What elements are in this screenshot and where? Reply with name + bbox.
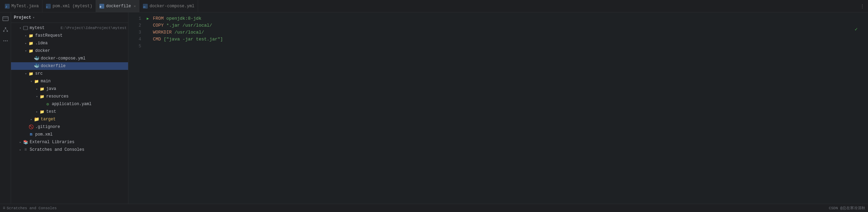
code-area[interactable]: ▶ FROM openjdk:8-jdk ▶ COPY *.jar /usr/l…	[144, 12, 868, 204]
folder-icon: 📁	[34, 79, 39, 84]
tree-arrow	[29, 117, 34, 122]
tree-item-label: docker-compose.yml	[41, 56, 127, 61]
tree-arrow	[23, 33, 28, 38]
tree-item-idea[interactable]: 📁 .idea	[11, 39, 128, 47]
more-tabs-button[interactable]: ⋮	[857, 3, 868, 9]
tab-label: pom.xml (mytest)	[52, 4, 92, 9]
svg-point-15	[5, 40, 6, 42]
tree-item-java[interactable]: 📁 java	[11, 85, 128, 93]
panel-header: Project ▾	[11, 12, 128, 23]
tree-item-mytest[interactable]: mytest E:\Project\IdeaProject\mytest	[11, 24, 128, 32]
tab-label: docker-compose.yml	[149, 4, 194, 9]
folder-icon: 📁	[39, 86, 45, 92]
svg-line-13	[6, 29, 7, 30]
svg-text:dc: dc	[143, 6, 146, 8]
tab-close-button[interactable]: ✕	[134, 4, 136, 8]
tree-arrow	[35, 94, 39, 99]
tree-item-scratches[interactable]: ≡ Scratches and Consoles	[11, 146, 128, 154]
compose-icon: dc	[143, 4, 148, 9]
keyword-from: FROM	[153, 15, 164, 22]
svg-point-14	[3, 40, 4, 42]
tree-arrow	[18, 147, 23, 152]
value-workdir: /usr/local/	[174, 29, 204, 36]
main-layout: Project ▾ mytest E:\Project\IdeaProject\…	[0, 12, 868, 204]
tree-item-label: application.yaml	[52, 102, 127, 107]
status-left: ≡ Scratches and Consoles	[3, 206, 57, 211]
structure-icon[interactable]	[2, 26, 9, 33]
keyword-cmd: CMD	[153, 36, 161, 43]
keyword-copy: COPY	[153, 22, 164, 29]
brand-label: CSDN @总在寒冷清秋	[829, 205, 865, 211]
tree-item-docker-compose-yml[interactable]: 🐳 docker-compose.yml	[11, 55, 128, 62]
tree-item-path: E:\Project\IdeaProject\mytest	[61, 26, 127, 30]
tab-docker-compose[interactable]: dc docker-compose.yml	[139, 0, 198, 12]
tree-arrow	[23, 71, 28, 76]
tree-item-target[interactable]: 📁 target	[11, 116, 128, 123]
code-line-3: ▶ WORKDIR /usr/local/	[147, 29, 868, 36]
project-icon[interactable]	[2, 15, 9, 22]
tab-pom-xml[interactable]: m pom.xml (mytest)	[42, 0, 96, 12]
tree-arrow	[35, 109, 39, 114]
tree-item-src[interactable]: 📁 src	[11, 70, 128, 77]
more-icon[interactable]	[2, 37, 9, 44]
editor-area: ✓ 1 2 3 4 5 ▶ FROM openjdk:8-jdk	[128, 12, 868, 204]
tree-item-external-libraries[interactable]: 📚 External Libraries	[11, 138, 128, 146]
tree-item-label: .idea	[35, 41, 127, 46]
tree-item-main[interactable]: 📁 main	[11, 77, 128, 85]
status-right: CSDN @总在寒冷清秋	[829, 205, 865, 211]
tree-item-label: fastRequest	[35, 33, 127, 38]
status-bar: ≡ Scratches and Consoles CSDN @总在寒冷清秋	[0, 204, 868, 212]
keyword-workdir: WORKDIR	[153, 29, 172, 36]
value-image: openjdk:8-jdk	[166, 15, 201, 22]
tree-item-label: docker	[35, 48, 127, 53]
folder-icon: 📁	[34, 117, 39, 122]
tree-item-resources[interactable]: 📁 resources	[11, 93, 128, 100]
tab-dockerfile[interactable]: D dockerfile ✕	[96, 0, 139, 12]
tree-item-application-yaml[interactable]: ⚙ application.yaml	[11, 100, 128, 108]
tree-item-test[interactable]: 📁 test	[11, 108, 128, 116]
value-copy: *.jar /usr/local/	[166, 22, 212, 29]
scratches-consoles-label[interactable]: ≡ Scratches and Consoles	[3, 206, 57, 211]
tree-arrow	[23, 48, 28, 53]
module-icon	[23, 25, 28, 31]
svg-point-9	[5, 27, 6, 29]
tree-arrow	[35, 86, 39, 91]
dockerfile-icon: D	[99, 4, 104, 9]
tree-item-label: External Libraries	[30, 140, 127, 145]
svg-point-16	[7, 40, 8, 42]
tree-item-dockerfile[interactable]: 🐳 dockerfile	[11, 62, 128, 70]
tab-mytest-java[interactable]: J MyTest.java	[1, 0, 42, 12]
tree-item-docker[interactable]: 📁 docker	[11, 47, 128, 55]
dockerfile-file-icon: 🐳	[34, 63, 39, 69]
tree-item-label: dockerfile	[41, 64, 127, 68]
tree-item-label: target	[41, 117, 127, 122]
file-tree-panel: Project ▾ mytest E:\Project\IdeaProject\…	[11, 12, 128, 204]
folder-icon: 📁	[28, 48, 34, 54]
exec-arrow: ▶	[147, 15, 151, 22]
tree-item-label: resources	[46, 94, 127, 99]
java-icon: J	[5, 4, 10, 9]
tree-area: mytest E:\Project\IdeaProject\mytest 📁 f…	[11, 23, 128, 204]
yaml-file-icon: ⚙	[45, 101, 50, 107]
folder-icon: 📁	[39, 109, 45, 114]
compose-file-icon: 🐳	[34, 56, 39, 61]
tree-item-gitignore[interactable]: 🚫 .gitignore	[11, 123, 128, 131]
tab-label: MyTest.java	[11, 4, 39, 9]
tree-item-pom-xml[interactable]: m pom.xml	[11, 131, 128, 138]
chevron-icon: ▾	[32, 16, 35, 20]
xml-file-icon: m	[28, 132, 34, 137]
svg-rect-8	[3, 17, 8, 21]
folder-icon: 📁	[28, 40, 34, 46]
scratches-icon: ≡	[3, 206, 5, 211]
svg-text:m: m	[46, 6, 48, 8]
value-cmd: ["java -jar test.jar"]	[164, 36, 223, 43]
panel-title: Project ▾	[14, 15, 35, 20]
editor-content[interactable]: 1 2 3 4 5 ▶ FROM openjdk:8-jdk ▶ COPY	[128, 12, 868, 204]
project-title: Project	[14, 15, 31, 20]
tree-arrow	[29, 79, 34, 84]
sidebar-icons	[0, 12, 11, 204]
scratch-icon: ≡	[23, 147, 28, 153]
tab-label: dockerfile	[106, 4, 131, 9]
svg-text:D: D	[100, 5, 101, 8]
tree-item-fastRequest[interactable]: 📁 fastRequest	[11, 32, 128, 39]
